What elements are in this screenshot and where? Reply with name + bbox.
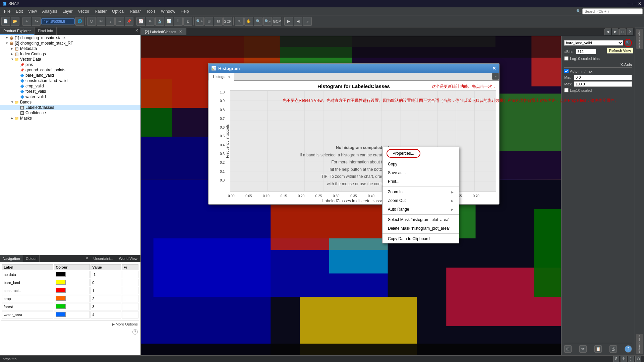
menu-analysis[interactable]: Analysis (40, 8, 60, 14)
collocate-btn[interactable]: ⊟ (214, 17, 223, 26)
status-btn4[interactable]: ⬡ (635, 356, 641, 362)
tab-forward-btn[interactable]: » (492, 73, 499, 80)
menu-optical[interactable]: Optical (109, 8, 127, 14)
undo-btn[interactable]: ↩ (22, 17, 31, 26)
menu-layer[interactable]: Layer (60, 8, 75, 14)
fit-screen-btn[interactable]: ⊞ (564, 345, 572, 353)
status-btn2[interactable]: 中 (621, 356, 627, 362)
status-btn1[interactable]: S (613, 356, 619, 362)
help-btn[interactable]: ? (625, 345, 632, 353)
view-close[interactable]: ✕ (627, 28, 633, 35)
ctx-select-mask[interactable]: Select Mask 'histogram_plot_area' (383, 215, 459, 224)
ctx-delete-mask[interactable]: Delete Mask 'histogram_plot_area' (383, 224, 459, 233)
draw-tool[interactable]: ✏ (146, 17, 155, 26)
tree-item-bare[interactable]: 🔷 bare_land_valid (0, 73, 140, 78)
tree-item-vector[interactable]: ▼ 📁 Vector Data (0, 57, 140, 62)
tab-pixel-info[interactable]: Pixel Info (35, 27, 57, 35)
ctx-properties-btn[interactable]: Properties... (387, 149, 420, 158)
more-options-btn[interactable]: ▶ More Options (112, 322, 138, 327)
ctx-zoom-out[interactable]: Zoom Out ▶ (383, 196, 459, 205)
uncertainty-tab[interactable]: Uncertaint... (91, 255, 116, 262)
menu-radar[interactable]: Radar (127, 8, 143, 14)
dialog-close-btn[interactable]: ✕ (492, 66, 496, 71)
tab-product-explorer[interactable]: Product Explorer (0, 27, 35, 35)
tool3[interactable]: ⬦ (106, 17, 115, 26)
tool2[interactable]: ✂ (97, 17, 105, 26)
tree-item-product1[interactable]: ▼ 📦 [1] chongqing_mosaic_stack (0, 35, 140, 41)
tree-item-index[interactable]: ▶ 📋 Index Codings (0, 51, 140, 57)
view-nav-left[interactable]: ◀ (604, 28, 611, 35)
tree-item-gcp[interactable]: 📌 ground_control_points (0, 67, 140, 73)
ctx-auto-range[interactable]: Auto Range ▶ (383, 205, 459, 214)
pin-btn[interactable]: 📌 (125, 17, 133, 26)
ctx-zoom-in[interactable]: Zoom In ▶ (383, 188, 459, 196)
tree-item-bands[interactable]: ▼ 📁 Bands (0, 99, 140, 105)
tree-item-forest[interactable]: 🔷 forest_valid (0, 89, 140, 94)
log10-bins-checkbox[interactable] (564, 56, 569, 61)
band-dropdown[interactable]: bare_land_valid (564, 40, 623, 46)
refresh-icon-btn[interactable]: ↻ (624, 39, 632, 47)
coord-btn[interactable]: 🌐 (75, 17, 84, 26)
mosaic-btn[interactable]: ⊞ (204, 17, 213, 26)
worldview-tab[interactable]: World View (116, 255, 140, 262)
clipboard-btn[interactable]: 📋 (594, 345, 602, 353)
pan-tool[interactable]: ✋ (244, 17, 253, 26)
open-btn[interactable]: 📂 (11, 17, 19, 26)
tool1[interactable]: ⬡ (87, 17, 96, 26)
cursor-tool[interactable]: ↖ (235, 17, 244, 26)
min-input[interactable] (574, 75, 632, 80)
ctx-print[interactable]: Print... (383, 177, 459, 186)
tree-item-crop[interactable]: 🔷 crop_valid (0, 83, 140, 89)
tree-item-pins[interactable]: 📌 pins (0, 62, 140, 67)
log10-scaled-checkbox[interactable] (564, 88, 569, 92)
zoom-out[interactable]: 🔍- (263, 17, 272, 26)
nav-tab[interactable]: Navigation (0, 255, 23, 262)
line-tool[interactable]: 📈 (136, 17, 145, 26)
zoom-in[interactable]: 🔍+ (195, 17, 204, 26)
arrow-left[interactable]: ◀ (294, 17, 302, 26)
close-btn[interactable]: ✕ (638, 1, 641, 6)
print-btn[interactable]: 🖨 (609, 345, 617, 353)
bins-input[interactable] (576, 49, 596, 54)
dialog-tab-histogram[interactable]: Histogram (209, 73, 234, 81)
status-btn3[interactable]: ) (628, 356, 634, 362)
max-input[interactable] (574, 81, 632, 87)
edit-btn[interactable]: ✏ (579, 345, 587, 353)
menu-help[interactable]: Help (178, 8, 192, 14)
view-maximize[interactable]: □ (619, 28, 626, 35)
maximize-btn[interactable]: □ (633, 1, 635, 6)
gcp-tool2[interactable]: GCP (273, 17, 281, 26)
view-tab-labeled[interactable]: [2] LabeledClasses ✕ (141, 28, 186, 35)
colour-close[interactable]: ✕ (83, 255, 91, 262)
help-btn-nav[interactable]: ? (132, 329, 138, 335)
tree-item-labeled[interactable]: 🔲 LabeledClasses (0, 105, 140, 110)
ctx-properties-row[interactable]: Properties... (383, 147, 459, 160)
tree-item-confidence[interactable]: 🔲 Confidence (0, 110, 140, 116)
menu-edit[interactable]: Edit (13, 8, 25, 14)
scatter-btn[interactable]: ⠿ (174, 17, 183, 26)
menu-tools[interactable]: Tools (143, 8, 158, 14)
panel-close-btn[interactable]: ✕ (133, 27, 140, 35)
minimize-btn[interactable]: ─ (627, 1, 630, 6)
new-btn[interactable]: 📄 (1, 17, 10, 26)
redo-btn[interactable]: ↪ (32, 17, 41, 26)
ctx-copy-data[interactable]: Copy Data to Clipboard (383, 234, 459, 243)
gcp-btn[interactable]: GCP (223, 17, 232, 26)
view-nav-right[interactable]: ▶ (612, 28, 619, 35)
menu-raster[interactable]: Raster (92, 8, 109, 14)
colour-tab[interactable]: Colour (23, 255, 40, 262)
arrow-right[interactable]: ▶ (284, 17, 293, 26)
tool4[interactable]: → (115, 17, 124, 26)
spectrum-btn[interactable]: 🔬 (155, 17, 164, 26)
menu-file[interactable]: File (1, 8, 13, 14)
menu-window[interactable]: Window (158, 8, 178, 14)
menu-view[interactable]: View (25, 8, 40, 14)
tree-item-metadata[interactable]: ▶ 📋 Metadata (0, 46, 140, 51)
ctx-save[interactable]: Save as... (383, 168, 459, 177)
zoom-tool[interactable]: 🔍 (254, 17, 262, 26)
tree-item-product2[interactable]: ▼ 📦 [2] chongqing_mosaic_stack_RF (0, 41, 140, 46)
stat-btn[interactable]: Σ (183, 17, 192, 26)
ctx-copy[interactable]: Copy (383, 160, 459, 168)
hist-btn[interactable]: 📊 (165, 17, 173, 26)
more-tools[interactable]: » (303, 17, 312, 26)
